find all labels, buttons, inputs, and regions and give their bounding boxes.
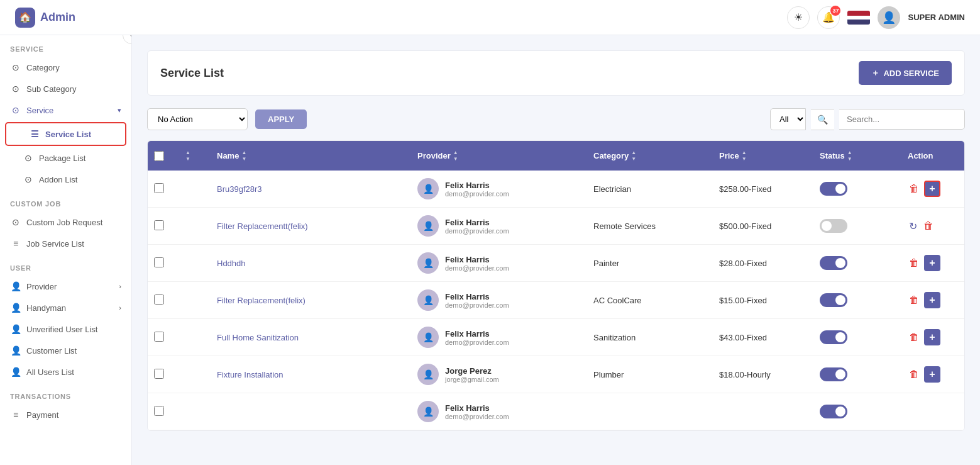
sidebar-item-unverified-user-list[interactable]: 👤 Unverified User List xyxy=(0,318,131,340)
sidebar-item-label: Custom Job Request xyxy=(26,218,102,227)
provider-info: Jorge Perez jorge@gmail.com xyxy=(445,366,499,383)
sidebar-item-handyman[interactable]: 👤 Handyman › xyxy=(0,297,131,318)
table-row: 👤 Felix Harris demo@provider.com xyxy=(148,393,964,430)
name-sort-icon[interactable]: ▲▼ xyxy=(241,150,246,162)
service-name-link[interactable]: Fixture Installation xyxy=(217,370,284,379)
td-price: $43.00-Fixed xyxy=(713,325,813,350)
delete-button[interactable]: 🗑 xyxy=(908,182,920,196)
service-name-link[interactable]: Full Home Sanitization xyxy=(217,333,299,342)
td-checkbox xyxy=(148,361,179,388)
sidebar-item-label: All Users List xyxy=(26,367,74,377)
chevron-right-icon: › xyxy=(119,283,121,290)
language-selector[interactable] xyxy=(847,11,870,25)
status-sort-icon[interactable]: ▲▼ xyxy=(847,150,852,162)
theme-toggle-button[interactable]: ☀ xyxy=(787,6,810,29)
service-name-link[interactable]: Filter Replacementt(felix) xyxy=(217,221,308,231)
status-toggle[interactable] xyxy=(820,182,847,196)
notifications-button[interactable]: 🔔 37 xyxy=(817,6,840,29)
service-name-link[interactable]: Bru39gf28r3 xyxy=(217,184,262,194)
delete-button[interactable]: 🗑 xyxy=(908,256,920,270)
sidebar-item-package-list[interactable]: ⊙ Package List xyxy=(0,147,131,169)
provider-name: Felix Harris xyxy=(445,403,509,413)
sidebar-item-customer-list[interactable]: 👤 Customer List xyxy=(0,340,131,361)
add-sub-button[interactable]: + xyxy=(924,255,940,271)
td-index xyxy=(179,181,211,196)
table-row: Fixture Installation 👤 Jorge Perez jorge… xyxy=(148,356,964,393)
row-checkbox[interactable] xyxy=(154,406,164,416)
delete-button[interactable]: 🗑 xyxy=(908,330,920,344)
provider-info: Felix Harris demo@provider.com xyxy=(445,181,509,198)
provider-sort-icon[interactable]: ▲▼ xyxy=(453,150,458,162)
category-sort-icon[interactable]: ▲▼ xyxy=(631,150,636,162)
td-category: Remote Services xyxy=(587,214,713,238)
status-toggle[interactable] xyxy=(820,256,847,270)
status-toggle[interactable] xyxy=(820,405,847,418)
sidebar-item-label: Sub Category xyxy=(26,84,77,94)
td-index xyxy=(179,404,211,419)
apply-button[interactable]: APPLY xyxy=(255,109,307,129)
price-sort-icon[interactable]: ▲▼ xyxy=(742,150,747,162)
add-sub-button[interactable]: + xyxy=(924,329,940,345)
delete-button[interactable]: 🗑 xyxy=(922,219,935,233)
th-category: Category ▲▼ xyxy=(587,141,713,171)
sidebar-item-sub-category[interactable]: ⊙ Sub Category xyxy=(0,78,131,99)
sidebar-item-service-list[interactable]: ☰ Service List xyxy=(6,123,125,145)
status-toggle[interactable] xyxy=(820,293,847,307)
row-checkbox[interactable] xyxy=(154,294,164,305)
sort-icon[interactable]: ▲▼ xyxy=(185,150,190,162)
status-toggle[interactable] xyxy=(820,367,847,381)
row-checkbox[interactable] xyxy=(154,257,164,267)
td-name xyxy=(211,404,411,419)
delete-button[interactable]: 🗑 xyxy=(908,367,920,381)
custom-job-icon: ⊙ xyxy=(10,217,21,227)
table-header: ▲▼ Name ▲▼ Provider ▲▼ Category ▲▼ Price… xyxy=(148,141,964,171)
td-provider: 👤 Jorge Perez jorge@gmail.com xyxy=(411,356,587,393)
sidebar-item-provider[interactable]: 👤 Provider › xyxy=(0,276,131,297)
add-sub-button[interactable]: + xyxy=(924,292,940,308)
provider-avatar: 👤 xyxy=(417,178,439,199)
td-category xyxy=(587,404,713,419)
row-checkbox[interactable] xyxy=(154,369,164,379)
sidebar-item-addon-list[interactable]: ⊙ Addon List xyxy=(0,169,131,190)
sidebar-item-label: Job Service List xyxy=(26,239,84,249)
sidebar-item-service[interactable]: ⊙ Service ▾ xyxy=(0,99,131,121)
filter-type-select[interactable]: All xyxy=(770,108,806,130)
delete-button[interactable]: 🗑 xyxy=(908,293,920,307)
service-name-link[interactable]: Hddhdh xyxy=(217,259,246,268)
sidebar-item-custom-job-request[interactable]: ⊙ Custom Job Request xyxy=(0,211,131,233)
add-service-button[interactable]: ＋ ADD SERVICE xyxy=(859,61,952,85)
action-buttons: ↻ 🗑 xyxy=(908,219,958,233)
page-header: Service List ＋ ADD SERVICE xyxy=(147,50,965,96)
th-status: Status ▲▼ xyxy=(813,141,901,171)
td-action: 🗑 + xyxy=(901,247,964,279)
td-provider: 👤 Felix Harris demo@provider.com xyxy=(411,208,587,244)
refresh-button[interactable]: ↻ xyxy=(908,219,918,233)
select-all-checkbox[interactable] xyxy=(154,151,164,161)
add-sub-button[interactable]: + xyxy=(924,366,940,383)
td-status xyxy=(813,323,901,352)
job-service-icon: ≡ xyxy=(10,238,21,249)
td-checkbox xyxy=(148,250,179,277)
search-input[interactable] xyxy=(839,109,965,130)
sidebar-item-category[interactable]: ⊙ Category xyxy=(0,57,131,78)
action-select[interactable]: No Action Delete xyxy=(147,108,248,130)
td-price xyxy=(713,404,813,419)
service-name-link[interactable]: Filter Replacement(felix) xyxy=(217,296,306,305)
sidebar-item-payment[interactable]: ≡ Payment xyxy=(0,404,131,425)
td-price: $258.00-Fixed xyxy=(713,177,813,201)
page-title: Service List xyxy=(160,67,224,80)
sidebar-item-all-users-list[interactable]: 👤 All Users List xyxy=(0,361,131,383)
status-toggle[interactable] xyxy=(820,330,847,344)
provider-name: Felix Harris xyxy=(445,329,509,339)
search-icon[interactable]: 🔍 xyxy=(811,109,834,130)
row-checkbox[interactable] xyxy=(154,183,164,193)
avatar[interactable]: 👤 xyxy=(878,6,900,29)
row-checkbox[interactable] xyxy=(154,220,164,230)
td-provider: 👤 Felix Harris demo@provider.com xyxy=(411,319,587,356)
row-checkbox[interactable] xyxy=(154,332,164,342)
sidebar-item-job-service-list[interactable]: ≡ Job Service List xyxy=(0,233,131,254)
add-sub-button[interactable]: + xyxy=(924,181,940,197)
status-toggle[interactable] xyxy=(820,219,847,233)
chevron-down-icon: ▾ xyxy=(118,106,121,115)
td-status xyxy=(813,397,901,426)
